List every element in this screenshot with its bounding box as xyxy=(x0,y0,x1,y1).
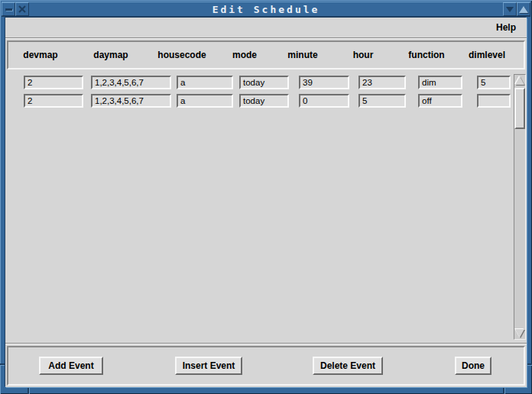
field-dimlevel[interactable] xyxy=(477,94,511,108)
done-button[interactable]: Done xyxy=(455,357,491,375)
column-header-dimlevel: dimlevel xyxy=(449,42,525,68)
resize-handle-bottom-left[interactable] xyxy=(28,388,29,394)
vertical-scrollbar[interactable] xyxy=(514,74,526,340)
resize-handle-right[interactable] xyxy=(526,363,532,365)
field-minute[interactable]: 39 xyxy=(299,76,349,89)
field-hour[interactable]: 23 xyxy=(358,76,406,89)
field-dimlevel[interactable]: 5 xyxy=(477,76,511,89)
field-function[interactable]: dim xyxy=(418,76,462,89)
field-daymap[interactable]: 1,2,3,4,5,6,7 xyxy=(91,94,171,108)
edit-schedule-window: Edit Schedule Help devmap daymap houseco… xyxy=(0,0,532,394)
field-hour[interactable]: 5 xyxy=(358,94,406,108)
scrollbar-thumb[interactable] xyxy=(514,88,525,129)
window-title: Edit Schedule xyxy=(2,2,530,18)
maximize-button[interactable] xyxy=(517,2,530,16)
event-list: 2 1,2,3,4,5,6,7 a today 39 23 dim 5 2 1,… xyxy=(5,69,527,344)
scroll-up-icon[interactable] xyxy=(515,76,524,85)
client-area: Help devmap daymap housecode mode minute… xyxy=(5,18,527,387)
menu-help[interactable]: Help xyxy=(493,21,519,34)
field-mode[interactable]: today xyxy=(239,94,289,108)
add-event-button[interactable]: Add Event xyxy=(39,357,103,375)
list-bottom-separator xyxy=(5,343,527,344)
field-daymap[interactable]: 1,2,3,4,5,6,7 xyxy=(91,76,171,89)
delete-event-button[interactable]: Delete Event xyxy=(313,357,383,375)
menubar-separator xyxy=(5,37,527,39)
field-housecode[interactable]: a xyxy=(177,76,233,89)
menubar: Help xyxy=(5,18,527,37)
column-header-daymap: daymap xyxy=(73,42,149,68)
column-header-panel: devmap daymap housecode mode minute hour… xyxy=(7,40,525,69)
field-function[interactable]: off xyxy=(418,94,462,108)
column-header-devmap: devmap xyxy=(2,42,79,68)
field-mode[interactable]: today xyxy=(239,76,289,89)
field-devmap[interactable]: 2 xyxy=(24,76,83,89)
event-row: 2 1,2,3,4,5,6,7 a today 39 23 dim 5 xyxy=(5,76,511,89)
shade-button[interactable] xyxy=(503,2,517,16)
insert-event-button[interactable]: Insert Event xyxy=(175,357,242,375)
event-row: 2 1,2,3,4,5,6,7 a today 0 5 off xyxy=(5,94,511,108)
button-panel: Add Event Insert Event Delete Event Done xyxy=(7,346,525,386)
maximize-icon xyxy=(519,6,528,13)
field-housecode[interactable]: a xyxy=(177,94,233,108)
field-devmap[interactable]: 2 xyxy=(24,94,83,108)
shade-icon xyxy=(506,7,514,12)
field-minute[interactable]: 0 xyxy=(299,94,349,108)
resize-handle-bottom-right[interactable] xyxy=(503,388,504,394)
titlebar[interactable]: Edit Schedule xyxy=(2,2,530,17)
scroll-down-icon[interactable] xyxy=(515,329,524,337)
